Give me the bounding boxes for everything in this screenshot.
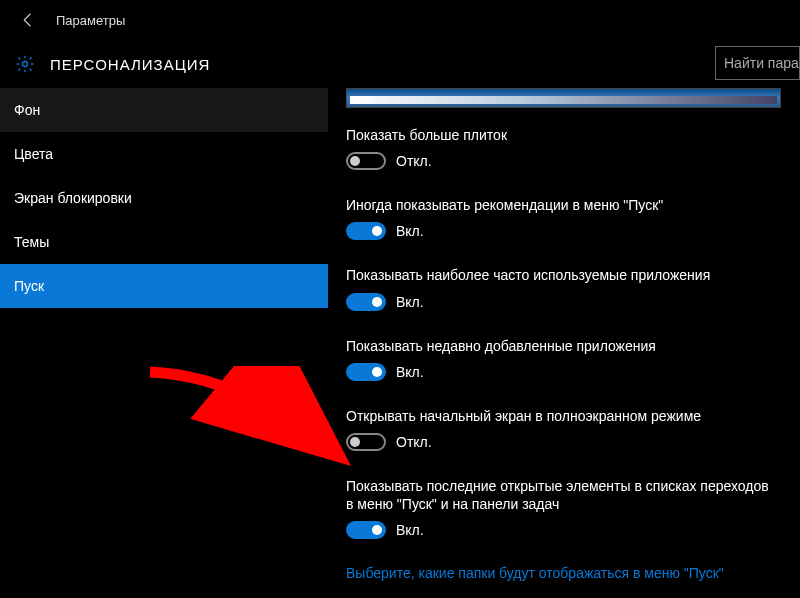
toggle-state: Вкл.	[396, 522, 424, 538]
toggle-state: Вкл.	[396, 364, 424, 380]
setting-label: Показывать последние открытые элементы в…	[346, 477, 776, 513]
gear-icon	[14, 53, 36, 75]
sidebar-item-start[interactable]: Пуск	[0, 264, 328, 308]
sidebar-item-label: Темы	[14, 234, 49, 250]
content-pane: Показать больше плиток Откл. Иногда пока…	[328, 88, 800, 598]
sidebar: Фон Цвета Экран блокировки Темы Пуск	[0, 88, 328, 598]
search-input[interactable]: Найти параметр	[715, 46, 800, 80]
toggle-recently-added[interactable]	[346, 363, 386, 381]
setting-jumplists: Показывать последние открытые элементы в…	[346, 477, 800, 539]
choose-folders-link[interactable]: Выберите, какие папки будут отображаться…	[346, 565, 800, 581]
back-button[interactable]	[8, 0, 48, 40]
page-title: ПЕРСОНАЛИЗАЦИЯ	[50, 56, 210, 73]
sidebar-item-label: Пуск	[14, 278, 44, 294]
setting-more-tiles: Показать больше плиток Откл.	[346, 126, 800, 170]
toggle-state: Вкл.	[396, 223, 424, 239]
sidebar-item-label: Цвета	[14, 146, 53, 162]
setting-label: Показать больше плиток	[346, 126, 776, 144]
sidebar-item-colors[interactable]: Цвета	[0, 132, 328, 176]
sidebar-item-themes[interactable]: Темы	[0, 220, 328, 264]
toggle-suggestions[interactable]	[346, 222, 386, 240]
toggle-state: Вкл.	[396, 294, 424, 310]
sidebar-item-label: Фон	[14, 102, 40, 118]
annotation-arrow	[142, 366, 352, 466]
toggle-state: Откл.	[396, 153, 432, 169]
title-bar: ПЕРСОНАЛИЗАЦИЯ Найти параметр	[0, 40, 800, 88]
setting-label: Показывать наиболее часто используемые п…	[346, 266, 776, 284]
sidebar-item-background[interactable]: Фон	[0, 88, 328, 132]
search-placeholder: Найти параметр	[724, 55, 800, 71]
toggle-fullscreen-start[interactable]	[346, 433, 386, 451]
window-header: Параметры	[0, 0, 800, 40]
setting-recently-added: Показывать недавно добавленные приложени…	[346, 337, 800, 381]
setting-fullscreen-start: Открывать начальный экран в полноэкранно…	[346, 407, 800, 451]
setting-most-used: Показывать наиболее часто используемые п…	[346, 266, 800, 310]
sidebar-item-label: Экран блокировки	[14, 190, 132, 206]
toggle-more-tiles[interactable]	[346, 152, 386, 170]
sidebar-item-lockscreen[interactable]: Экран блокировки	[0, 176, 328, 220]
start-preview-image	[346, 88, 781, 108]
breadcrumb: Параметры	[48, 13, 125, 28]
setting-label: Показывать недавно добавленные приложени…	[346, 337, 776, 355]
toggle-most-used[interactable]	[346, 293, 386, 311]
svg-point-0	[23, 62, 28, 67]
setting-suggestions: Иногда показывать рекомендации в меню "П…	[346, 196, 800, 240]
setting-label: Открывать начальный экран в полноэкранно…	[346, 407, 776, 425]
toggle-jumplists[interactable]	[346, 521, 386, 539]
toggle-state: Откл.	[396, 434, 432, 450]
setting-label: Иногда показывать рекомендации в меню "П…	[346, 196, 776, 214]
